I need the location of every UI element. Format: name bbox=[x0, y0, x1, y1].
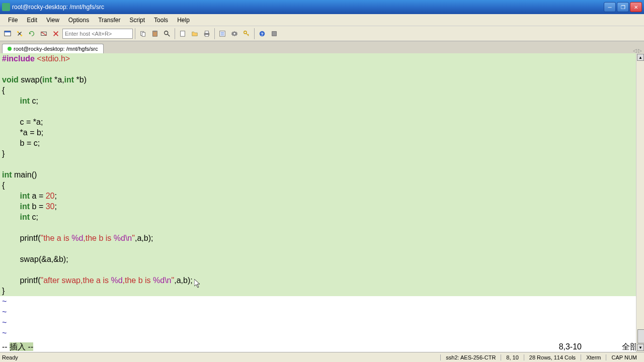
help-icon[interactable]: ? bbox=[257, 28, 268, 39]
reconnect-icon[interactable] bbox=[26, 28, 37, 39]
maximize-button[interactable]: ❐ bbox=[617, 2, 629, 12]
svg-point-2 bbox=[17, 31, 19, 33]
menu-options[interactable]: Options bbox=[64, 16, 93, 25]
svg-rect-1 bbox=[5, 31, 11, 32]
svg-rect-28 bbox=[272, 31, 277, 36]
status-term: Xterm bbox=[581, 354, 606, 360]
disconnect-all-icon[interactable] bbox=[50, 28, 61, 39]
vim-mode: 插入 -- bbox=[10, 342, 33, 351]
connection-led-icon bbox=[8, 47, 12, 51]
session-tab[interactable]: root@rocky-desktop: /mnt/hgfs/src bbox=[2, 44, 104, 53]
close-button[interactable]: ✕ bbox=[630, 2, 642, 12]
vim-statusline: -- 插入 -- 8,3-10 全部 bbox=[0, 341, 644, 352]
window-title: root@rocky-desktop: /mnt/hgfs/src bbox=[12, 4, 604, 11]
status-position: 8, 10 bbox=[501, 354, 523, 360]
open-icon[interactable] bbox=[189, 28, 200, 39]
svg-rect-17 bbox=[205, 34, 209, 36]
menu-edit[interactable]: Edit bbox=[23, 16, 41, 25]
new-icon[interactable] bbox=[177, 28, 188, 39]
scroll-up-icon[interactable]: ▲ bbox=[637, 54, 644, 61]
svg-point-12 bbox=[165, 31, 168, 34]
status-ssh: ssh2: AES-256-CTR bbox=[440, 354, 501, 360]
minimize-button[interactable]: ─ bbox=[604, 2, 616, 12]
status-caps: CAP NUM bbox=[606, 354, 642, 360]
toolbar: ? bbox=[0, 26, 644, 41]
copy-icon[interactable] bbox=[137, 28, 148, 39]
svg-rect-9 bbox=[142, 32, 145, 36]
statusbar: Ready ssh2: AES-256-CTR 8, 10 28 Rows, 1… bbox=[0, 352, 644, 362]
svg-rect-16 bbox=[205, 31, 209, 33]
about-icon[interactable] bbox=[269, 28, 280, 39]
tabbar: root@rocky-desktop: /mnt/hgfs/src ◁ ▷ bbox=[0, 41, 644, 53]
paste-icon[interactable] bbox=[149, 28, 160, 39]
scroll-down-icon[interactable]: ▼ bbox=[637, 344, 644, 351]
menu-file[interactable]: File bbox=[4, 16, 22, 25]
menubar: File Edit View Options Transfer Script T… bbox=[0, 14, 644, 26]
connect-icon[interactable] bbox=[14, 28, 25, 39]
app-icon bbox=[2, 3, 10, 11]
svg-rect-14 bbox=[181, 31, 185, 36]
svg-point-3 bbox=[21, 34, 23, 36]
menu-help[interactable]: Help bbox=[173, 16, 194, 25]
svg-line-25 bbox=[248, 34, 249, 35]
vim-mode-prefix: -- bbox=[2, 342, 10, 351]
terminal-icon[interactable] bbox=[2, 28, 13, 39]
status-size: 28 Rows, 114 Cols bbox=[524, 354, 581, 360]
vim-cursor-pos: 8,3-10 bbox=[33, 341, 622, 352]
menu-script[interactable]: Script bbox=[125, 16, 149, 25]
window-titlebar: root@rocky-desktop: /mnt/hgfs/src ─ ❐ ✕ bbox=[0, 0, 644, 14]
code-content: #include <stdio.h> void swap(int *a,int … bbox=[0, 53, 644, 296]
terminal-editor[interactable]: #include <stdio.h> void swap(int *a,int … bbox=[0, 53, 644, 352]
settings-icon[interactable] bbox=[229, 28, 240, 39]
status-ready: Ready bbox=[2, 354, 440, 360]
svg-point-22 bbox=[233, 33, 235, 35]
scroll-thumb[interactable] bbox=[637, 329, 644, 343]
find-icon[interactable] bbox=[162, 28, 173, 39]
disconnect-icon[interactable] bbox=[38, 28, 49, 39]
menu-view[interactable]: View bbox=[42, 16, 63, 25]
print-icon[interactable] bbox=[201, 28, 212, 39]
svg-text:?: ? bbox=[261, 31, 263, 36]
vim-tildes: ~~~~ bbox=[0, 296, 644, 338]
svg-line-5 bbox=[41, 32, 47, 35]
svg-line-13 bbox=[168, 34, 170, 36]
key-icon[interactable] bbox=[241, 28, 252, 39]
svg-rect-11 bbox=[153, 30, 156, 32]
menu-transfer[interactable]: Transfer bbox=[94, 16, 124, 25]
vertical-scrollbar[interactable]: ▲ ▼ bbox=[636, 53, 644, 352]
host-input[interactable] bbox=[62, 29, 133, 39]
tab-next-icon[interactable]: ▷ bbox=[638, 48, 642, 53]
tab-title: root@rocky-desktop: /mnt/hgfs/src bbox=[14, 46, 98, 52]
properties-icon[interactable] bbox=[217, 28, 228, 39]
tab-prev-icon[interactable]: ◁ bbox=[633, 48, 637, 53]
menu-tools[interactable]: Tools bbox=[150, 16, 172, 25]
